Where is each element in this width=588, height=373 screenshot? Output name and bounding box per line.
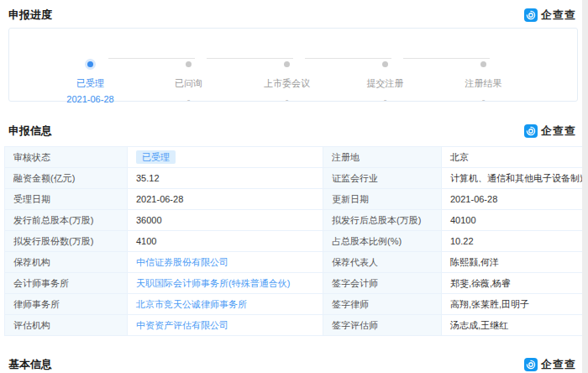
field-value: 2021-06-28	[442, 189, 588, 210]
field-label: 保荐代表人	[323, 252, 442, 273]
step-date: -	[336, 94, 434, 104]
step-dot-icon	[186, 61, 192, 67]
field-value: 2021-06-28	[128, 189, 323, 210]
table-row: 审核状态 已受理 注册地 北京	[5, 147, 588, 168]
table-row: 会计师事务所 天职国际会计师事务所(特殊普通合伙) 签字会计师 郑斐,徐薇,杨睿	[5, 273, 588, 294]
field-value: 郑斐,徐薇,杨睿	[442, 273, 588, 294]
table-row: 律师事务所 北京市竞天公诚律师事务所 签字律师 高翔,张莱胜,田明子	[5, 294, 588, 315]
sponsor-link-cell: 中信证券股份有限公司	[128, 252, 323, 273]
qichacha-logo-text: 企查查	[541, 357, 576, 372]
table-row: 保荐机构 中信证券股份有限公司 保荐代表人 陈熙颢,何洋	[5, 252, 588, 273]
field-value: 4100	[128, 231, 323, 252]
field-value: 35.12	[128, 168, 323, 189]
field-label: 注册地	[323, 147, 442, 168]
field-label: 审核状态	[5, 147, 128, 168]
field-value: 计算机、通信和其他电子设备制造业	[442, 168, 588, 189]
qichacha-fingerprint-icon	[524, 358, 538, 371]
step-date: 2021-06-28	[41, 94, 139, 104]
step-accepted: 已受理 2021-06-28	[41, 55, 139, 104]
step-label: 已受理	[41, 77, 139, 90]
basic-section-header: 基本信息 企查查	[8, 356, 576, 373]
field-value: 汤志成,王继红	[442, 315, 588, 336]
step-listing-committee: 上市委会议 -	[238, 55, 336, 104]
filing-progress-stepper: 已受理 2021-06-28 已问询 - 上市委会议 - 提交注册 - 注册结果	[41, 55, 533, 104]
step-label: 注册结果	[434, 77, 533, 90]
step-label: 已问询	[139, 77, 238, 90]
step-date: -	[434, 94, 533, 104]
qichacha-logo-text: 企查查	[541, 8, 576, 23]
law-firm-link-cell: 北京市竞天公诚律师事务所	[128, 294, 323, 315]
step-date: -	[139, 94, 238, 104]
table-row: 融资金额(亿元) 35.12 证监会行业 计算机、通信和其他电子设备制造业	[5, 168, 588, 189]
law-firm-link[interactable]: 北京市竞天公诚律师事务所	[136, 299, 247, 309]
qichacha-logo: 企查查	[524, 123, 576, 139]
field-label: 签字评估师	[323, 315, 442, 336]
field-value: 高翔,张莱胜,田明子	[442, 294, 588, 315]
appraisal-firm-link[interactable]: 中资资产评估有限公司	[136, 320, 228, 330]
filing-section-header: 申报信息 企查查	[8, 123, 576, 139]
field-value: 陈熙颢,何洋	[442, 252, 588, 273]
field-label: 会计师事务所	[5, 273, 128, 294]
field-label: 签字律师	[323, 294, 442, 315]
qichacha-logo: 企查查	[524, 8, 576, 23]
step-dot-icon	[382, 61, 388, 67]
qichacha-logo-text: 企查查	[541, 123, 576, 139]
step-date: -	[238, 94, 336, 104]
field-value: 40100	[442, 210, 588, 231]
qichacha-fingerprint-icon	[524, 8, 538, 22]
field-label: 保荐机构	[5, 252, 128, 273]
field-label: 评估机构	[5, 315, 128, 336]
step-label: 上市委会议	[238, 77, 336, 90]
field-label: 拟发行股份数(万股)	[5, 231, 128, 252]
field-value: 北京	[442, 147, 588, 168]
step-dot-icon	[480, 61, 486, 67]
step-registration-result: 注册结果 -	[434, 55, 533, 104]
field-label: 受理日期	[5, 189, 128, 210]
progress-panel: 已受理 2021-06-28 已问询 - 上市委会议 - 提交注册 - 注册结果	[8, 28, 578, 102]
progress-section-title: 申报进度	[8, 8, 52, 23]
field-label: 更新日期	[323, 189, 442, 210]
review-status-cell: 已受理	[128, 147, 323, 168]
basic-section-title: 基本信息	[8, 357, 52, 372]
field-value: 10.22	[442, 231, 588, 252]
filing-section-title: 申报信息	[8, 123, 52, 139]
field-label: 证监会行业	[323, 168, 442, 189]
table-row: 拟发行股份数(万股) 4100 占总股本比例(%) 10.22	[5, 231, 588, 252]
accounting-firm-link-cell: 天职国际会计师事务所(特殊普通合伙)	[128, 273, 323, 294]
qichacha-fingerprint-icon	[524, 124, 538, 138]
field-label: 律师事务所	[5, 294, 128, 315]
qichacha-ipo-filing-page: 申报进度 企查查 已受理 2021-06-28 已问询 - 上市委会议 -	[0, 0, 588, 373]
field-value: 36000	[128, 210, 323, 231]
field-label: 占总股本比例(%)	[323, 231, 442, 252]
table-row: 评估机构 中资资产评估有限公司 签字评估师 汤志成,王继红	[5, 315, 588, 336]
step-submit-registration: 提交注册 -	[336, 55, 434, 104]
table-row: 受理日期 2021-06-28 更新日期 2021-06-28	[5, 189, 588, 210]
step-dot-active-icon	[87, 61, 93, 67]
field-label: 签字会计师	[323, 273, 442, 294]
step-label: 提交注册	[336, 77, 434, 90]
filing-info-table: 审核状态 已受理 注册地 北京 融资金额(亿元) 35.12 证监会行业 计算机…	[4, 146, 588, 336]
status-badge: 已受理	[136, 150, 176, 164]
vertical-scrollbar[interactable]	[582, 0, 588, 373]
field-label: 融资金额(亿元)	[5, 168, 128, 189]
accounting-firm-link[interactable]: 天职国际会计师事务所(特殊普通合伙)	[136, 278, 290, 288]
field-label: 发行前总股本(万股)	[5, 210, 128, 231]
qichacha-logo: 企查查	[524, 357, 576, 372]
step-inquired: 已问询 -	[139, 55, 238, 104]
sponsor-company-link[interactable]: 中信证券股份有限公司	[136, 257, 228, 267]
field-label: 拟发行后总股本(万股)	[323, 210, 442, 231]
step-dot-icon	[284, 61, 290, 67]
appraisal-firm-link-cell: 中资资产评估有限公司	[128, 315, 323, 336]
table-row: 发行前总股本(万股) 36000 拟发行后总股本(万股) 40100	[5, 210, 588, 231]
progress-section-header: 申报进度 企查查	[8, 7, 576, 24]
